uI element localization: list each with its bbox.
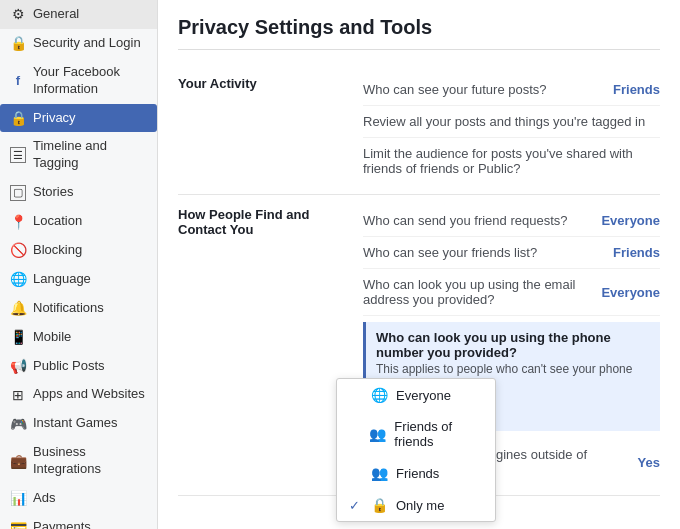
email-lookup-label: Who can look you up using the email addr… [363,277,601,307]
friends-of-friends-icon: 👥 [369,426,386,442]
dropdown-item-friends-of-friends[interactable]: 👥 Friends of friends [337,411,495,457]
privacy-icon: 🔒 [10,110,26,126]
sidebar-item-location[interactable]: 📍 Location [0,207,157,236]
sidebar-item-general[interactable]: ⚙ General [0,0,157,29]
sidebar-item-label: Mobile [33,329,147,346]
globe-icon: 🌐 [371,387,388,403]
dropdown-item-only-me[interactable]: ✓ 🔒 Only me [337,489,495,521]
review-posts-row: Review all your posts and things you're … [363,106,660,138]
sidebar-item-label: Blocking [33,242,147,259]
future-posts-value[interactable]: Friends [613,82,660,97]
sidebar-item-payments[interactable]: 💳 Payments [0,513,157,529]
language-icon: 🌐 [10,271,26,287]
sidebar-item-label: Instant Games [33,415,147,432]
main-content: Privacy Settings and Tools Your Activity… [158,0,680,529]
dropdown-menu: 🌐 Everyone 👥 Friends of friends 👥 Friend… [336,378,496,522]
sidebar-item-label: Timeline and Tagging [33,138,147,172]
future-posts-label: Who can see your future posts? [363,82,613,97]
lock-icon: 🔒 [10,35,26,51]
sidebar-item-label: Notifications [33,300,147,317]
sidebar-item-language[interactable]: 🌐 Language [0,265,157,294]
limit-audience-row: Limit the audience for posts you've shar… [363,138,660,184]
friends-list-value[interactable]: Friends [613,245,660,260]
sidebar-item-label: Business Integrations [33,444,147,478]
sidebar-item-business[interactable]: 💼 Business Integrations [0,438,157,484]
sidebar-item-notifications[interactable]: 🔔 Notifications [0,294,157,323]
your-activity-rows: Who can see your future posts? Friends R… [363,74,660,184]
sidebar-item-facebook-info[interactable]: f Your Facebook Information [0,58,157,104]
friend-requests-row: Who can send you friend requests? Everyo… [363,205,660,237]
dropdown-item-label: Friends [396,466,439,481]
business-icon: 💼 [10,453,26,469]
apps-icon: ⊞ [10,387,26,403]
sidebar-item-apps[interactable]: ⊞ Apps and Websites [0,380,157,409]
sidebar-item-mobile[interactable]: 📱 Mobile [0,323,157,352]
dropdown-item-everyone[interactable]: 🌐 Everyone [337,379,495,411]
sidebar-item-timeline[interactable]: ☰ Timeline and Tagging [0,132,157,178]
outside-facebook-value[interactable]: Yes [638,455,660,470]
location-icon: 📍 [10,214,26,230]
mobile-icon: 📱 [10,329,26,345]
sidebar-item-stories[interactable]: ▢ Stories [0,178,157,207]
ads-icon: 📊 [10,490,26,506]
sidebar-item-label: Ads [33,490,147,507]
sidebar-item-label: Your Facebook Information [33,64,147,98]
sidebar-item-label: Security and Login [33,35,147,52]
friend-requests-value[interactable]: Everyone [601,213,660,228]
public-posts-icon: 📢 [10,358,26,374]
friends-icon: 👥 [371,465,388,481]
sidebar-item-public-posts[interactable]: 📢 Public Posts [0,352,157,381]
sidebar: ⚙ General 🔒 Security and Login f Your Fa… [0,0,158,529]
blocking-icon: 🚫 [10,242,26,258]
page-title: Privacy Settings and Tools [178,16,660,50]
friends-list-label: Who can see your friends list? [363,245,613,260]
your-activity-header: Your Activity [178,74,363,184]
email-lookup-row: Who can look you up using the email addr… [363,269,660,316]
sidebar-item-label: Language [33,271,147,288]
dropdown-item-label: Friends of friends [394,419,483,449]
fb-icon: f [10,73,26,89]
sidebar-item-ads[interactable]: 📊 Ads [0,484,157,513]
sidebar-item-label: Privacy [33,110,147,127]
limit-audience-label: Limit the audience for posts you've shar… [363,146,660,176]
sidebar-item-label: Payments [33,519,147,529]
sidebar-item-blocking[interactable]: 🚫 Blocking [0,236,157,265]
future-posts-row: Who can see your future posts? Friends [363,74,660,106]
dropdown-item-label: Only me [396,498,444,513]
games-icon: 🎮 [10,416,26,432]
dropdown-item-label: Everyone [396,388,451,403]
friends-list-row: Who can see your friends list? Friends [363,237,660,269]
sidebar-item-security[interactable]: 🔒 Security and Login [0,29,157,58]
friend-requests-label: Who can send you friend requests? [363,213,601,228]
sidebar-item-instant-games[interactable]: 🎮 Instant Games [0,409,157,438]
phone-lookup-title: Who can look you up using the phone numb… [376,330,650,360]
sidebar-item-label: Location [33,213,147,230]
payments-icon: 💳 [10,519,26,529]
timeline-icon: ☰ [10,147,26,163]
email-lookup-value[interactable]: Everyone [601,285,660,300]
stories-icon: ▢ [10,185,26,201]
sidebar-item-label: Apps and Websites [33,386,147,403]
sidebar-item-label: Stories [33,184,147,201]
review-posts-label: Review all your posts and things you're … [363,114,660,129]
lock-only-me-icon: 🔒 [371,497,388,513]
sidebar-item-privacy[interactable]: 🔒 Privacy [0,104,157,133]
sidebar-item-label: General [33,6,147,23]
general-icon: ⚙ [10,6,26,22]
check-only-me: ✓ [349,498,363,513]
dropdown-item-friends[interactable]: 👥 Friends [337,457,495,489]
notifications-icon: 🔔 [10,300,26,316]
your-activity-section: Your Activity Who can see your future po… [178,64,660,195]
sidebar-item-label: Public Posts [33,358,147,375]
